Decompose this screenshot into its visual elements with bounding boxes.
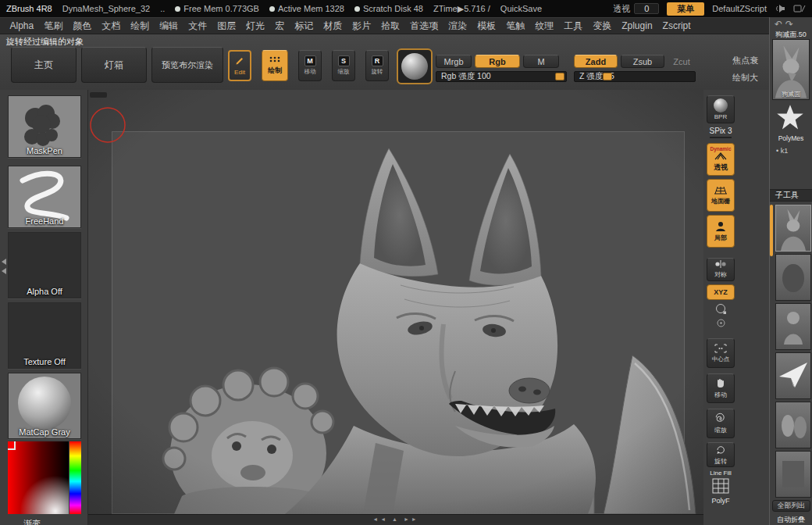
undo-redo-icons[interactable]: ↶↷ bbox=[775, 19, 796, 30]
stroke-selector[interactable]: FreeHand bbox=[8, 166, 81, 228]
menu-document[interactable]: 文档 bbox=[97, 20, 126, 33]
texture-selector[interactable]: Texture Off bbox=[8, 302, 81, 369]
hue-strip[interactable] bbox=[69, 441, 81, 514]
tool-list-item[interactable]: • k1 bbox=[776, 147, 788, 155]
menu-transform[interactable]: 变换 bbox=[588, 20, 617, 33]
menu-layer[interactable]: 图层 bbox=[212, 20, 241, 33]
rgb-intensity-slider[interactable]: Rgb 强度 100 bbox=[436, 71, 567, 82]
star-icon bbox=[775, 103, 805, 133]
alpha-selector[interactable]: Alpha Off bbox=[8, 232, 81, 298]
subtool-panel-header[interactable]: 子工具 bbox=[770, 189, 812, 202]
menu-zscript[interactable]: Zscript bbox=[657, 20, 696, 31]
menu-marker[interactable]: 标记 bbox=[290, 20, 319, 33]
menu-brush[interactable]: 笔刷 bbox=[39, 20, 68, 33]
subtool-item[interactable] bbox=[775, 402, 811, 448]
menu-macro[interactable]: 宏 bbox=[270, 20, 290, 33]
spin-icon-button[interactable] bbox=[716, 317, 726, 331]
subtool-item[interactable] bbox=[775, 451, 811, 498]
zcut-button[interactable]: Zcut bbox=[668, 55, 696, 68]
list-all-button[interactable]: 全部列出 bbox=[772, 500, 810, 512]
menu-edit[interactable]: 编辑 bbox=[155, 20, 183, 33]
subtool-item[interactable] bbox=[775, 205, 811, 252]
color-picker[interactable] bbox=[8, 441, 81, 516]
z-intensity-slider[interactable]: Z 强度 25 bbox=[574, 71, 696, 82]
speaker-icon[interactable] bbox=[775, 4, 785, 13]
zoom-canvas-button[interactable]: 缩放 bbox=[707, 409, 735, 438]
rotate-mode-button[interactable]: R 旋转 bbox=[365, 50, 389, 81]
line-fill-label[interactable]: Line Fill bbox=[703, 470, 738, 477]
menu-draw[interactable]: 绘制 bbox=[126, 20, 155, 33]
app-title: ZBrush 4R8 bbox=[6, 4, 52, 13]
rgb-button[interactable]: Rgb bbox=[475, 55, 520, 68]
floor-grid-button[interactable]: 地面栅 bbox=[707, 179, 735, 212]
menu-material[interactable]: 材质 bbox=[319, 20, 347, 33]
current-tool-thumbnail[interactable]: 狗减面 bbox=[772, 39, 810, 100]
local-transform-button[interactable]: 局部 bbox=[707, 215, 735, 248]
subtool-item[interactable] bbox=[775, 303, 811, 350]
viewport-canvas[interactable] bbox=[88, 90, 703, 514]
auto-collapse-button[interactable]: 自动折叠 bbox=[770, 515, 812, 525]
symmetry-button[interactable]: 对称 bbox=[707, 258, 735, 281]
subtool-item[interactable] bbox=[775, 352, 811, 399]
mrgb-button[interactable]: Mrgb bbox=[436, 55, 472, 68]
menu-render[interactable]: 渲染 bbox=[443, 20, 472, 33]
tablet-pen-icon[interactable] bbox=[793, 4, 806, 13]
edit-mode-button[interactable]: Edit bbox=[228, 50, 251, 81]
polymesh3d-button[interactable] bbox=[775, 103, 805, 136]
xyz-axis-button[interactable]: XYZ bbox=[707, 284, 735, 300]
brush-selector[interactable]: MaskPen bbox=[8, 95, 81, 158]
tray-resize-handle[interactable] bbox=[90, 92, 107, 98]
rotate-canvas-button[interactable]: 旋转 bbox=[707, 442, 735, 467]
subtool-scrollbar[interactable] bbox=[770, 205, 773, 256]
slider-handle[interactable] bbox=[555, 73, 564, 80]
menu-stencil[interactable]: 模板 bbox=[472, 20, 501, 33]
subtool-item[interactable] bbox=[775, 254, 811, 301]
menu-tool[interactable]: 工具 bbox=[559, 20, 588, 33]
zscript-button[interactable]: DefaultZScript bbox=[712, 4, 767, 13]
material-preview-button[interactable] bbox=[397, 48, 433, 84]
menu-alpha[interactable]: Alpha bbox=[5, 20, 39, 31]
menu-texture[interactable]: 纹理 bbox=[530, 20, 559, 33]
move-mode-button[interactable]: M 移动 bbox=[298, 50, 322, 81]
orbit-icon-button[interactable] bbox=[714, 302, 727, 318]
gradient-caption[interactable]: 渐变 bbox=[23, 518, 41, 525]
polyf-label[interactable]: PolyF bbox=[703, 497, 738, 505]
slider-handle[interactable] bbox=[603, 73, 612, 80]
menu-preferences[interactable]: 首选项 bbox=[405, 20, 443, 33]
perspective-value[interactable]: 0 bbox=[634, 3, 659, 14]
horizontal-scrollbar[interactable]: ◄◄ ▲ ►► bbox=[88, 514, 703, 523]
menu-movie[interactable]: 影片 bbox=[347, 20, 376, 33]
subtool-thumb-icon bbox=[776, 255, 810, 300]
frame-center-button[interactable]: 中心点 bbox=[707, 338, 735, 368]
polyframe-button[interactable] bbox=[712, 478, 729, 497]
material-selector[interactable]: MatCap Gray bbox=[8, 373, 81, 439]
current-color-swatch[interactable] bbox=[8, 441, 16, 450]
menu-stroke[interactable]: 笔触 bbox=[501, 20, 530, 33]
quicksave-button[interactable]: QuickSave bbox=[500, 4, 542, 13]
left-tray-toggle[interactable] bbox=[1, 259, 7, 274]
collapse-arrow-icon bbox=[2, 259, 6, 265]
menu-button[interactable]: 菜单 bbox=[667, 2, 704, 16]
draw-mode-button[interactable]: 绘制 bbox=[262, 50, 288, 81]
zadd-button[interactable]: Zadd bbox=[574, 55, 618, 68]
menu-zplugin[interactable]: Zplugin bbox=[617, 20, 657, 31]
spix-track[interactable] bbox=[710, 137, 732, 138]
scroll-canvas-button[interactable]: 移动 bbox=[707, 373, 735, 403]
menu-light[interactable]: 灯光 bbox=[241, 20, 270, 33]
zsub-button[interactable]: Zsub bbox=[621, 55, 664, 68]
free-mem-indicator: Free Mem 0.773GB bbox=[175, 4, 259, 13]
m-button[interactable]: M bbox=[523, 55, 559, 68]
menu-picker[interactable]: 拾取 bbox=[376, 20, 405, 33]
lightbox-button[interactable]: 灯箱 bbox=[81, 47, 147, 83]
menu-file[interactable]: 文件 bbox=[183, 20, 212, 33]
home-button[interactable]: 主页 bbox=[11, 47, 77, 83]
color-saturation-field[interactable] bbox=[8, 441, 69, 514]
scrollbar-arrows-icon[interactable]: ◄◄ ▲ ►► bbox=[372, 516, 419, 522]
spix-slider[interactable]: SPix 3 bbox=[703, 127, 738, 135]
bpr-render-button[interactable]: BPR bbox=[707, 95, 735, 123]
preview-boolean-button[interactable]: 预览布尔渲染 bbox=[151, 47, 223, 83]
menu-color[interactable]: 颜色 bbox=[68, 20, 97, 33]
overflow-dots[interactable]: .. bbox=[160, 4, 165, 13]
scale-mode-button[interactable]: S 缩放 bbox=[332, 50, 355, 81]
perspective-button[interactable]: Dynamic 透视 bbox=[707, 143, 735, 176]
